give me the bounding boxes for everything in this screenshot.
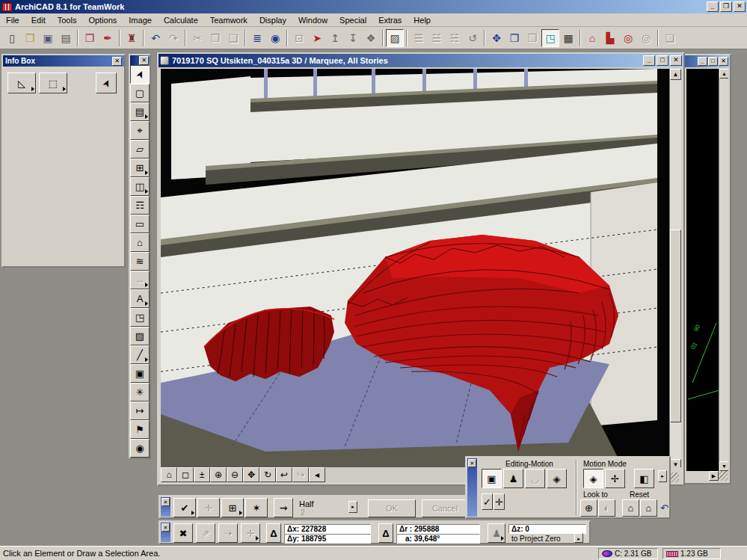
suspend-groups[interactable]: ↺ — [464, 29, 482, 47]
hotspot-tool[interactable]: ✳ — [130, 383, 150, 401]
look-to-target-button[interactable]: ⊕ — [580, 499, 597, 517]
plan-minimize-button[interactable]: _ — [698, 57, 707, 66]
window-tool[interactable]: ⊞ — [130, 159, 150, 177]
fit-in-window[interactable]: ⊡ — [290, 29, 308, 47]
gravity-button[interactable]: ✛ — [241, 523, 260, 543]
plan-vertical-scrollbar[interactable]: ▲ ▼ — [719, 69, 728, 471]
rebuild-home[interactable]: ⌂ — [583, 29, 601, 47]
previous-view[interactable]: ↩ — [276, 467, 292, 482]
reset-home-button[interactable]: ⌂ — [640, 499, 657, 517]
plan-window-title-bar[interactable]: _ □ ✕ — [685, 55, 730, 67]
menu-display[interactable]: Display — [253, 14, 292, 26]
menu-special[interactable]: Special — [333, 14, 372, 26]
confirm-toggle-button[interactable]: ✓ — [482, 493, 493, 510]
marquee-rect-button[interactable]: ⬚ — [39, 73, 67, 93]
editing-motion-close-icon[interactable]: ✕ — [468, 459, 476, 467]
add-point-button[interactable]: ✛ — [197, 498, 220, 517]
wall-tool[interactable]: ▤ — [130, 102, 150, 121]
paste[interactable]: ❑ — [224, 29, 242, 47]
tool-palette-close-icon[interactable]: ✕ — [139, 56, 149, 65]
marquee-rotated-button[interactable]: ◺ — [7, 73, 36, 93]
plan-horizontal-scrollbar[interactable]: ▶ — [686, 471, 728, 481]
copy-picture[interactable]: ❒ — [523, 29, 541, 47]
clipboard-frame[interactable]: ❏ — [661, 29, 679, 47]
palette-grab-strip[interactable]: ✕ — [161, 523, 170, 542]
reference-flyout-button[interactable]: ▸ — [574, 533, 583, 543]
marquee-tool[interactable]: ▢ — [130, 84, 150, 102]
menu-edit[interactable]: Edit — [25, 14, 52, 26]
scroll-down-icon[interactable]: ▼ — [719, 461, 728, 471]
detail-tool[interactable]: ⚑ — [130, 420, 150, 439]
layer-option-1[interactable]: ☰ — [410, 29, 428, 47]
menu-teamwork[interactable]: Teamwork — [204, 14, 253, 26]
object-tool[interactable]: ◳ — [130, 308, 150, 327]
reset-axonometry-button[interactable]: ⌂ — [622, 499, 639, 517]
menu-tools[interactable]: Tools — [52, 14, 83, 26]
layer-option-3[interactable]: ☵ — [446, 29, 464, 47]
photo-render[interactable]: ▦ — [559, 29, 577, 47]
group-elements[interactable]: ❖ — [362, 29, 380, 47]
restore-button[interactable]: ❐ — [720, 1, 732, 12]
element-pointer[interactable]: ➤ — [308, 29, 326, 47]
gravity-person-button[interactable]: ♟ — [488, 523, 505, 543]
column-tool[interactable]: ⌖ — [130, 121, 150, 140]
confirm-arrow-button[interactable]: ✔ — [173, 498, 196, 517]
tool-palette-title-bar[interactable]: ✕ — [130, 55, 150, 65]
line-tool[interactable]: ╱ — [130, 345, 150, 364]
magic-wand-button[interactable]: ✶ — [245, 498, 268, 517]
door-tool[interactable]: ◫ — [130, 177, 150, 196]
minimize-button[interactable]: _ — [707, 1, 719, 12]
origin-button[interactable]: ✖ — [173, 523, 193, 543]
lasso-mode-button[interactable]: ◡ — [525, 469, 545, 488]
3d-window[interactable]: ◳ — [541, 29, 559, 47]
camera-tool[interactable]: ◉ — [130, 439, 150, 458]
redo[interactable]: ↷ — [165, 29, 182, 47]
cancel-button[interactable]: Cancel — [422, 499, 468, 517]
dimension-tool[interactable]: ↔ — [130, 271, 150, 289]
scroll-up-icon[interactable]: ▲ — [719, 69, 728, 79]
info-box-close-icon[interactable]: ✕ — [112, 57, 122, 66]
arrow-tool[interactable]: ➤ — [130, 65, 150, 84]
info-box-title-bar[interactable]: Info Box ✕ — [3, 55, 124, 67]
text-tool[interactable]: A — [130, 289, 150, 308]
fill-tool[interactable]: ▨ — [130, 327, 150, 345]
resize-grip[interactable] — [719, 471, 728, 481]
zoom-out[interactable]: ⊖ — [227, 467, 243, 482]
explore-mode-button[interactable]: ◈ — [547, 469, 567, 488]
menu-file[interactable]: File — [0, 14, 25, 26]
mesh-tool[interactable]: ≋ — [130, 252, 150, 271]
undo[interactable]: ↶ — [147, 29, 165, 47]
save-file[interactable]: ▣ — [39, 29, 57, 47]
render-zoom[interactable]: ◎ — [619, 29, 637, 47]
teamwork-workspace[interactable]: ♜ — [123, 29, 141, 47]
cut[interactable]: ✂ — [188, 29, 206, 47]
edit-mode-button[interactable]: ▣ — [482, 469, 502, 488]
grid-snap-button[interactable]: ⇗ — [196, 523, 215, 543]
3d-close-button[interactable]: ✕ — [670, 55, 682, 66]
materials[interactable]: ▙ — [601, 29, 619, 47]
menu-options[interactable]: Options — [82, 14, 123, 26]
layer-option-2[interactable]: ☱ — [428, 29, 446, 47]
floor-plan-window[interactable]: _ □ ✕ 90 03 ▲ ▼ ▶ — [683, 54, 731, 484]
lower-element[interactable]: ↧ — [344, 29, 362, 47]
section-tool[interactable]: ↦ — [130, 401, 150, 420]
plan-maximize-button[interactable]: □ — [708, 57, 718, 66]
add-toggle-button[interactable]: ✛ — [494, 493, 505, 510]
stair-tool[interactable]: ☶ — [130, 196, 150, 215]
palette-grab-strip[interactable]: ✕ — [161, 497, 170, 517]
angle-field[interactable]: a: 39,648° — [396, 534, 480, 544]
orbit-mode-button[interactable]: ◈ — [583, 469, 603, 488]
open-file[interactable]: ❒ — [21, 29, 39, 47]
slab-tool[interactable]: ▭ — [130, 215, 150, 233]
3d-cutting-planes[interactable]: ❐ — [505, 29, 523, 47]
look-to-profile-button[interactable]: ◐ — [598, 499, 615, 517]
raise-element[interactable]: ↥ — [326, 29, 344, 47]
3d-minimize-button[interactable]: _ — [643, 55, 655, 66]
3d-box-button[interactable]: ◧ — [634, 469, 654, 488]
3d-window-title-bar[interactable]: 7019170 SQ Utsikten_040315a 3D / Marquee… — [159, 54, 683, 67]
menu-help[interactable]: Help — [408, 14, 437, 26]
figure-tool[interactable]: ▣ — [130, 364, 150, 383]
next-view[interactable]: ↪ — [292, 467, 309, 482]
node-edit-button[interactable]: ⊞ — [221, 498, 244, 517]
menu-extras[interactable]: Extras — [372, 14, 408, 26]
